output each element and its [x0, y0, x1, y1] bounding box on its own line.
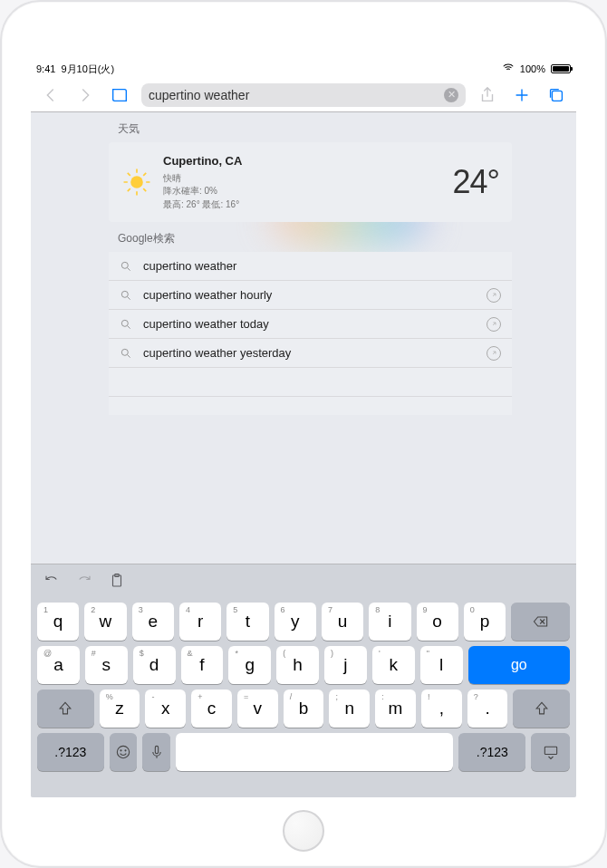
key-.[interactable]: ?.	[467, 690, 508, 728]
dictation-key[interactable]	[142, 733, 170, 771]
key-r[interactable]: 4r	[179, 603, 221, 641]
hide-keyboard-key[interactable]	[531, 733, 570, 771]
go-key[interactable]: go	[468, 646, 570, 684]
svg-line-21	[128, 355, 130, 358]
emoji-key[interactable]	[110, 733, 138, 771]
key-u[interactable]: 7u	[322, 603, 363, 641]
numbers-key-left[interactable]: .?123	[37, 733, 104, 771]
key-p[interactable]: 0p	[464, 603, 506, 641]
shift-key-right[interactable]	[513, 690, 570, 728]
svg-point-12	[121, 262, 128, 268]
status-time: 9:41	[36, 63, 55, 74]
suggestions-panel: 天気 Cupertino, CA 快晴 降水確率: 0% 最高: 26° 最低:…	[109, 112, 512, 415]
key-m[interactable]: :m	[375, 690, 416, 728]
key-,[interactable]: !,	[421, 690, 462, 728]
suggestion-item[interactable]: cupertino weather yesterday	[109, 339, 512, 368]
svg-point-14	[121, 291, 128, 297]
weather-location: Cupertino, CA	[163, 153, 442, 170]
clipboard-button[interactable]	[109, 573, 125, 593]
content-area: 天気 Cupertino, CA 快晴 降水確率: 0% 最高: 26° 最低:…	[31, 112, 576, 797]
weather-temp: 24°	[453, 163, 499, 201]
key-j[interactable]: )j	[324, 646, 367, 684]
key-v[interactable]: =v	[237, 690, 278, 728]
weather-card[interactable]: Cupertino, CA 快晴 降水確率: 0% 最高: 26° 最低: 16…	[109, 142, 512, 222]
svg-point-20	[121, 349, 128, 355]
key-d[interactable]: $d	[133, 646, 176, 684]
share-button[interactable]	[471, 79, 504, 111]
key-s[interactable]: #s	[85, 646, 128, 684]
bookmarks-button[interactable]	[103, 79, 136, 111]
key-c[interactable]: +c	[191, 690, 232, 728]
svg-line-9	[143, 188, 146, 191]
svg-line-22	[493, 352, 496, 354]
svg-rect-31	[544, 747, 556, 754]
fill-suggestion-button[interactable]	[487, 346, 501, 361]
key-n[interactable]: ;n	[329, 690, 370, 728]
back-button[interactable]	[34, 79, 67, 111]
tabs-button[interactable]	[540, 79, 573, 111]
keyboard-row-3: %z-x+c=v/b;n:m!,?.	[31, 690, 576, 728]
suggestion-item[interactable]: cupertino weather	[109, 252, 512, 281]
svg-line-8	[128, 173, 130, 176]
key-t[interactable]: 5t	[226, 603, 268, 641]
numbers-key-right[interactable]: .?123	[458, 733, 525, 771]
wifi-icon	[502, 62, 515, 76]
fill-suggestion-button[interactable]	[487, 288, 501, 303]
status-date: 9月10日(火)	[61, 63, 114, 76]
key-k[interactable]: 'k	[372, 646, 415, 684]
suggestion-text: cupertino weather today	[143, 317, 269, 331]
key-l[interactable]: "l	[420, 646, 463, 684]
redo-button[interactable]	[76, 573, 92, 593]
forward-button[interactable]	[69, 79, 101, 111]
key-b[interactable]: /b	[284, 690, 324, 728]
space-key[interactable]	[176, 733, 454, 771]
undo-button[interactable]	[43, 573, 60, 593]
key-w[interactable]: 2w	[84, 603, 126, 641]
weather-hilo: 最高: 26° 最低: 16°	[163, 198, 442, 212]
suggestion-text: cupertino weather hourly	[143, 288, 272, 302]
key-f[interactable]: &f	[181, 646, 224, 684]
weather-condition: 快晴	[163, 172, 442, 186]
key-q[interactable]: 1q	[37, 603, 79, 641]
svg-line-18	[128, 326, 130, 329]
search-icon	[120, 260, 132, 273]
svg-rect-2	[552, 91, 562, 101]
svg-point-27	[117, 746, 129, 757]
ipad-frame: 9:41 9月10日(火) 100% cupertino weather ✕	[0, 0, 607, 868]
key-h[interactable]: (h	[276, 646, 319, 684]
shift-key-left[interactable]	[37, 690, 94, 728]
fill-suggestion-button[interactable]	[487, 317, 501, 332]
address-text: cupertino weather	[149, 88, 444, 102]
google-section-header: Google検索	[109, 222, 512, 252]
suggestion-text: cupertino weather	[143, 259, 236, 273]
address-bar[interactable]: cupertino weather ✕	[141, 83, 466, 107]
keyboard-toolbar	[31, 568, 576, 597]
svg-line-19	[493, 323, 496, 325]
ipad-bezel: 9:41 9月10日(火) 100% cupertino weather ✕	[7, 7, 600, 861]
keyboard-row-1: 1q2w3e4r5t6y7u8i9o0p	[31, 603, 576, 641]
key-o[interactable]: 9o	[417, 603, 458, 641]
key-x[interactable]: -x	[145, 690, 186, 728]
key-a[interactable]: @a	[37, 646, 80, 684]
key-y[interactable]: 6y	[275, 603, 316, 641]
svg-point-3	[130, 176, 143, 188]
new-tab-button[interactable]	[506, 79, 538, 111]
search-icon	[120, 289, 132, 302]
backspace-key[interactable]	[511, 603, 570, 641]
battery-icon	[551, 64, 571, 73]
weather-section-header: 天気	[109, 112, 512, 142]
home-button[interactable]	[283, 810, 324, 852]
suggestion-list: cupertino weather cupertino weather hour…	[109, 252, 512, 415]
suggestion-item[interactable]: cupertino weather hourly	[109, 281, 512, 310]
search-icon	[120, 347, 132, 360]
key-g[interactable]: *g	[228, 646, 271, 684]
battery-pct: 100%	[520, 63, 545, 74]
svg-line-11	[128, 188, 130, 191]
key-e[interactable]: 3e	[132, 603, 174, 641]
svg-line-16	[493, 294, 496, 296]
clear-button[interactable]: ✕	[444, 88, 458, 102]
suggestion-item[interactable]: cupertino weather today	[109, 310, 512, 339]
suggestion-text: cupertino weather yesterday	[143, 346, 291, 360]
key-z[interactable]: %z	[100, 690, 140, 728]
key-i[interactable]: 8i	[369, 603, 410, 641]
